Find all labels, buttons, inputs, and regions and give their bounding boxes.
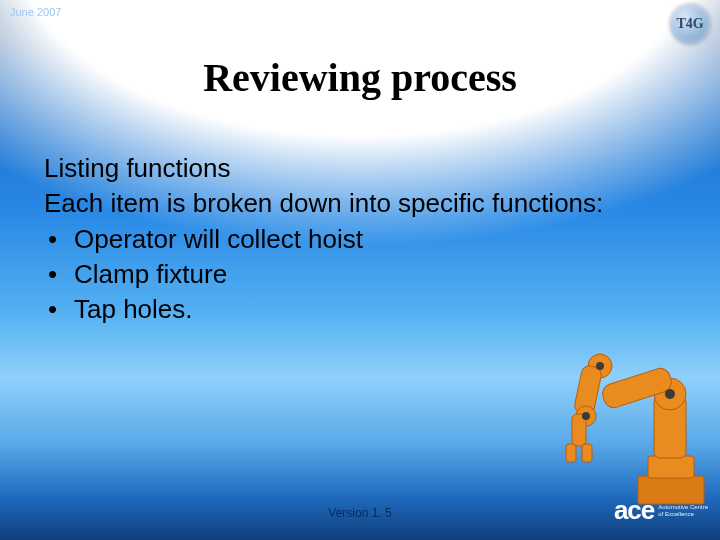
ace-sub-line1: Automotive Centre [658,504,708,510]
svg-point-3 [654,378,686,410]
svg-point-5 [588,354,612,378]
content-area: Listing functions Each item is broken do… [44,152,660,328]
svg-point-12 [596,362,604,370]
bullet-item: Operator will collect hoist [44,223,660,256]
svg-rect-8 [572,414,586,446]
top-logo-text: T4G [676,16,703,32]
svg-rect-9 [566,444,576,462]
slide-title: Reviewing process [0,54,720,101]
svg-rect-1 [648,456,694,478]
ace-logo-text: ace [614,495,654,526]
ace-sub-line2: of Excellence [658,511,694,517]
subtitle: Listing functions [44,152,660,185]
svg-point-13 [582,412,590,420]
ace-a: a [614,495,627,525]
slide: June 2007 T4G Reviewing process Listing … [0,0,720,540]
ace-subtext: Automotive Centre of Excellence [658,504,708,517]
svg-rect-4 [600,366,674,410]
svg-rect-6 [573,364,603,415]
svg-point-11 [665,389,675,399]
svg-rect-10 [582,444,592,462]
ace-e: e [641,495,654,525]
bullet-item: Tap holes. [44,293,660,326]
date-label: June 2007 [10,6,61,18]
lead-line: Each item is broken down into specific f… [44,187,660,220]
svg-rect-2 [654,396,686,458]
bottom-logo: ace Automotive Centre of Excellence [614,495,708,526]
bullet-list: Operator will collect hoist Clamp fixtur… [44,223,660,327]
version-label: Version 1. 5 [0,506,720,520]
svg-point-7 [576,406,596,426]
top-logo: T4G [670,4,710,44]
ace-c: c [627,495,640,525]
robot-arm-graphic [542,306,712,506]
bullet-item: Clamp fixture [44,258,660,291]
